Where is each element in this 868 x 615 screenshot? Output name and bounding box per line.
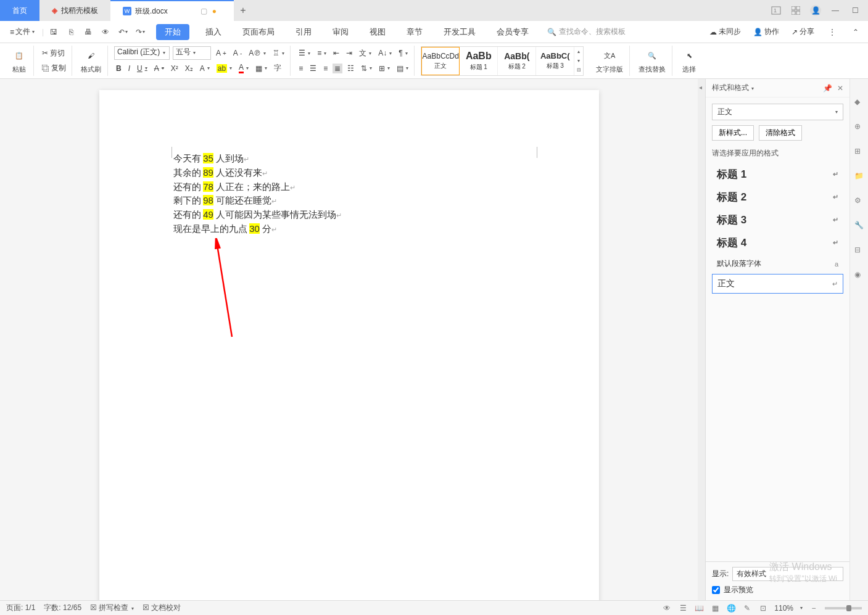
print-button[interactable]: 🖶 [81,25,96,39]
zoom-slider[interactable] [825,607,862,609]
tab-home[interactable]: 首页 [0,0,39,21]
app-8-icon[interactable]: ◉ [854,270,864,280]
document-page[interactable]: 今天有 35 人到场↵其余的 89 人还没有来↵还有的 78 人正在；来的路上↵… [99,90,599,600]
style-heading3[interactable]: AaBbC( 标题 3 [536,47,574,75]
para-shading-button[interactable]: ▤▾ [395,64,410,73]
app-5-icon[interactable]: ⚙ [854,196,864,206]
reading-view-icon[interactable]: 👁 [662,603,672,613]
pane-collapse-icon[interactable]: ◂ [699,84,702,91]
app-6-icon[interactable]: 🔧 [854,221,864,231]
select-button[interactable]: ⬉ 选择 [679,47,700,74]
paste-button[interactable]: 📋 粘贴 [9,47,30,74]
ribbon-tab-view[interactable]: 视图 [365,24,391,40]
doc-line[interactable]: 剩下的 98 可能还在睡觉↵ [173,194,525,208]
increase-indent-button[interactable]: ⇥ [344,48,354,58]
style-heading1[interactable]: AaBb 标题 1 [460,47,498,75]
change-case[interactable]: A℗▾ [247,48,268,58]
ribbon-tab-start[interactable]: 开始 [156,24,189,40]
style-list-item[interactable]: 正文↵ [712,274,843,294]
new-style-button[interactable]: 新样式... [712,125,754,141]
align-left-button[interactable]: ≡ [297,64,305,73]
more-menu[interactable]: ⋮ [825,25,840,39]
doc-line[interactable]: 还有的 49 人可能因为某些事情无法到场↵ [173,208,525,222]
outline-view-icon[interactable]: ☰ [678,603,688,613]
gallery-up-icon[interactable]: ▴ [577,49,580,54]
minimize-button[interactable]: — [830,5,841,16]
doc-line[interactable]: 还有的 78 人正在；来的路上↵ [173,180,525,194]
web-view-icon[interactable]: ▦ [710,603,720,613]
style-list-item[interactable]: 标题 4↵ [712,232,843,254]
save-button[interactable]: 🖫 [46,25,61,39]
highlight-button[interactable]: ab▾ [215,64,234,73]
doc-line[interactable]: 其余的 89 人还没有来↵ [173,166,525,180]
font-select[interactable]: Calibri (正文) ▾ [114,46,170,60]
page-view-icon[interactable]: 📖 [694,603,704,613]
style-heading2[interactable]: AaBb( 标题 2 [498,47,536,75]
avatar-icon[interactable]: 👤 [810,5,821,16]
collab-button[interactable]: 👤协作 [751,26,781,38]
text-layout-button[interactable]: 文A 文字排版 [593,47,626,74]
doc-proof[interactable]: ☒ 文档校对 [143,603,181,613]
page-info[interactable]: 页面: 1/1 [6,603,35,613]
bullets-button[interactable]: ☰▾ [297,48,312,58]
redo-button[interactable]: ↷▾ [133,25,147,39]
strikethrough-button[interactable]: A▾ [152,64,166,73]
style-list-item[interactable]: 标题 1↵ [712,163,843,185]
app-7-icon[interactable]: ⊟ [854,246,864,255]
align-center-button[interactable]: ☰ [308,64,318,73]
grow-font[interactable]: A+ [214,48,228,58]
sync-status[interactable]: ☁未同步 [708,26,743,38]
decrease-indent-button[interactable]: ⇤ [331,48,341,58]
zoom-level[interactable]: 110% [774,604,793,613]
size-select[interactable]: 五号 ▾ [173,46,211,60]
window-mode-icon[interactable]: 1 [771,5,782,16]
shrink-font[interactable]: A- [231,48,244,58]
align-right-button[interactable]: ≡ [321,64,329,73]
globe-icon[interactable]: 🌐 [726,603,736,613]
zoom-out-button[interactable]: − [809,603,819,613]
superscript-button[interactable]: X² [169,64,180,73]
apps-icon[interactable] [790,5,801,16]
sort-button[interactable]: A↓▾ [376,48,394,58]
collapse-ribbon[interactable]: ⌃ [848,25,863,39]
spell-check[interactable]: ☒ 拼写检查 ▾ [90,603,134,613]
distribute-button[interactable]: ☷ [345,64,356,73]
current-style-select[interactable]: 正文 ▾ [712,104,843,120]
cut-button[interactable]: ✂剪切 [40,47,67,59]
app-3-icon[interactable]: ⊞ [854,147,864,157]
pane-splitter[interactable]: ◂ [698,79,705,600]
italic-button[interactable]: I [126,64,132,73]
undo-button[interactable]: ↶▾ [115,25,130,39]
shading-button[interactable]: ▦▾ [254,64,269,73]
pin-icon[interactable]: 📌 [823,84,832,93]
font-color-button[interactable]: A▾ [237,62,250,74]
document-content[interactable]: 今天有 35 人到场↵其余的 89 人还没有来↵还有的 78 人正在；来的路上↵… [173,152,525,236]
underline-button[interactable]: U▾ [135,64,149,73]
bold-button[interactable]: B [114,64,123,73]
new-tab-button[interactable]: + [234,5,252,16]
borders-button[interactable]: ⊞▾ [377,64,392,73]
preview-checkbox[interactable] [712,586,720,594]
justify-button[interactable]: ≣ [333,64,342,73]
ribbon-tab-review[interactable]: 审阅 [328,24,353,40]
app-4-icon[interactable]: 📁 [854,171,864,181]
text-direction-button[interactable]: 文▾ [357,47,373,59]
command-search[interactable]: 🔍 查找命令、搜索模板 [547,27,626,37]
copy-button[interactable]: ⿻复制 [40,62,68,74]
doc-line[interactable]: 今天有 35 人到场↵ [173,152,525,166]
ribbon-tab-references[interactable]: 引用 [291,24,316,40]
numbering-button[interactable]: ≡▾ [315,48,328,58]
clear-format-button[interactable]: 清除格式 [759,125,802,141]
style-list-item[interactable]: 标题 2↵ [712,186,843,208]
gallery-down-icon[interactable]: ▾ [577,58,580,64]
find-replace-button[interactable]: 🔍 查找替换 [636,47,668,74]
ribbon-tab-insert[interactable]: 插入 [200,24,226,40]
ribbon-tab-page-layout[interactable]: 页面布局 [238,24,279,40]
word-count[interactable]: 字数: 12/65 [44,603,81,613]
share-button[interactable]: ↗分享 [790,26,816,38]
tab-templates[interactable]: ◈ 找稻壳模板 [39,0,110,21]
format-painter-button[interactable]: 🖌 格式刷 [78,47,104,74]
style-list-item[interactable]: 标题 3↵ [712,209,843,231]
doc-line[interactable]: 现在是早上的九点 30 分↵ [173,222,525,236]
app-1-icon[interactable]: ◆ [854,97,864,107]
